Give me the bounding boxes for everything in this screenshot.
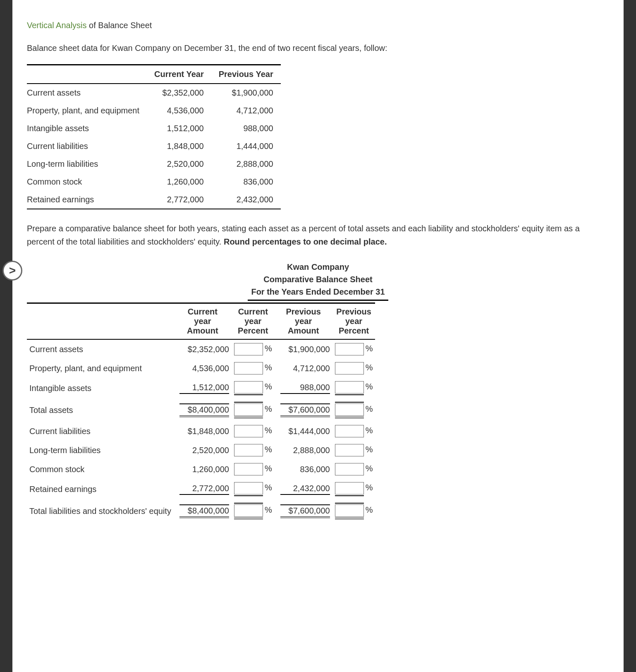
row-py: 988,000 [211,120,281,137]
row-py: 2,888,000 [211,155,281,173]
ws-py-amount: $1,900,000 [275,339,332,359]
ws-row-label: Current liabilities [27,422,174,441]
ws-cy-percent-input-cell: % [232,359,275,378]
ws-py-percent-input[interactable] [335,343,364,355]
ws-py-percent-input-cell: % [332,398,375,422]
percent-sign: % [265,382,272,391]
balance-sheet-data-table: Current Year Previous Year Current asset… [27,64,281,209]
page-title: Vertical Analysis of Balance Sheet [27,21,609,30]
row-label: Current liabilities [27,137,147,155]
row-py: 1,444,000 [211,137,281,155]
ws-py-percent-input[interactable] [335,362,364,374]
ws-cy-percent-input[interactable] [234,463,263,475]
table-row: Retained earnings2,772,0002,432,000 [27,191,281,209]
worksheet-title: Kwan Company Comparative Balance Sheet F… [27,261,609,301]
table-row: Common stock1,260,000%836,000% [27,460,375,479]
row-cy: 2,772,000 [147,191,211,209]
ws-py-percent-input-cell: % [332,339,375,359]
table-row: Property, plant, and equipment4,536,0004… [27,102,281,120]
ws-cy-percent-input-cell: % [232,339,275,359]
ws-py-percent-input[interactable] [335,403,364,416]
ws-col-cy-amount: Current year Amount [174,303,232,340]
table-row: Current assets$2,352,000%$1,900,000% [27,339,375,359]
ws-py-percent-input-cell: % [332,441,375,460]
ws-py-percent-input-cell: % [332,422,375,441]
table-row: Total assets$8,400,000%$7,600,000% [27,398,375,422]
row-py: 836,000 [211,173,281,191]
ws-cy-percent-input-cell: % [232,378,275,398]
row-label: Common stock [27,173,147,191]
ws-cy-percent-input[interactable] [234,403,263,416]
ws-row-label: Retained earnings [27,479,174,499]
ws-title-line3: For the Years Ended December 31 [248,286,388,301]
ws-col-py-percent: Previous year Percent [332,303,375,340]
ws-py-amount: 4,712,000 [275,359,332,378]
ws-py-percent-input[interactable] [335,463,364,475]
ws-py-amount: $7,600,000 [275,499,332,523]
row-cy: $2,352,000 [147,84,211,102]
next-arrow-button[interactable]: > [2,261,22,281]
row-label: Retained earnings [27,191,147,209]
ws-cy-percent-input[interactable] [234,343,263,355]
ws-cy-percent-input[interactable] [234,381,263,394]
table-row: Long-term liabilities2,520,000%2,888,000… [27,441,375,460]
percent-sign: % [366,382,373,391]
table-row: Total liabilities and stockholders' equi… [27,499,375,523]
ws-row-label: Total liabilities and stockholders' equi… [27,499,174,523]
ws-cy-percent-input-cell: % [232,441,275,460]
percent-sign: % [366,404,373,413]
ws-py-amount: 988,000 [275,378,332,398]
row-cy: 1,512,000 [147,120,211,137]
ws-cy-percent-input[interactable] [234,482,263,494]
ws-cy-amount: 1,260,000 [174,460,232,479]
document-page: > Vertical Analysis of Balance Sheet Bal… [12,0,624,672]
ws-py-percent-input-cell: % [332,460,375,479]
table-row: Intangible assets1,512,000988,000 [27,120,281,137]
percent-sign: % [366,505,373,514]
ws-cy-amount: 2,520,000 [174,441,232,460]
ws-py-percent-input[interactable] [335,482,364,494]
ws-title-line1: Kwan Company [27,261,609,273]
row-py: 2,432,000 [211,191,281,209]
ws-cy-percent-input[interactable] [234,362,263,374]
title-highlight: Vertical Analysis [27,21,87,30]
ws-py-percent-input-cell: % [332,479,375,499]
ws-cy-percent-input[interactable] [234,425,263,437]
ws-cy-percent-input-cell: % [232,499,275,523]
ws-py-percent-input[interactable] [335,381,364,394]
ws-row-label: Total assets [27,398,174,422]
table-row: Long-term liabilities2,520,0002,888,000 [27,155,281,173]
ws-py-percent-input[interactable] [335,444,364,456]
ws-col-py-amount: Previous year Amount [275,303,332,340]
ws-py-amount: 836,000 [275,460,332,479]
table-row: Retained earnings2,772,000%2,432,000% [27,479,375,499]
row-cy: 4,536,000 [147,102,211,120]
percent-sign: % [265,344,272,353]
title-rest: of Balance Sheet [87,21,152,30]
table-row: Current liabilities$1,848,000%$1,444,000… [27,422,375,441]
chevron-right-icon: > [9,264,16,277]
percent-sign: % [265,483,272,492]
col-previous-year: Previous Year [211,65,281,84]
ws-cy-percent-input[interactable] [234,444,263,456]
percent-sign: % [265,464,272,473]
ws-cy-amount: 2,772,000 [174,479,232,499]
ws-py-amount: 2,888,000 [275,441,332,460]
table-row: Common stock1,260,000836,000 [27,173,281,191]
ws-cy-percent-input-cell: % [232,422,275,441]
ws-py-amount: $1,444,000 [275,422,332,441]
row-cy: 2,520,000 [147,155,211,173]
ws-cy-percent-input[interactable] [234,504,263,517]
percent-sign: % [265,445,272,454]
instructions-bold: Round percentages to one decimal place. [224,237,387,246]
ws-py-amount: $7,600,000 [275,398,332,422]
percent-sign: % [265,404,272,413]
ws-py-percent-input-cell: % [332,378,375,398]
ws-row-label: Current assets [27,339,174,359]
percent-sign: % [366,445,373,454]
percent-sign: % [366,483,373,492]
row-label: Intangible assets [27,120,147,137]
ws-py-percent-input[interactable] [335,425,364,437]
ws-py-percent-input[interactable] [335,504,364,517]
row-py: $1,900,000 [211,84,281,102]
